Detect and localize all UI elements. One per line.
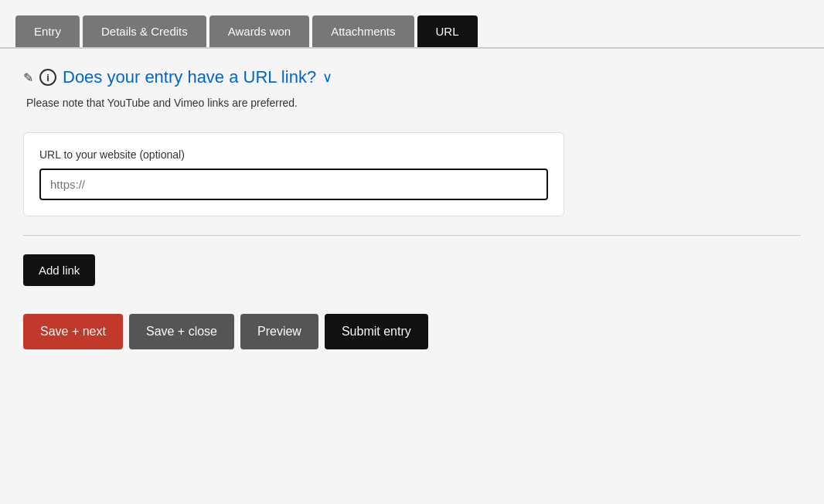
note-text: Please note that YouTube and Vimeo links… [23, 97, 801, 109]
section-title: Does your entry have a URL link? [63, 67, 316, 87]
tab-entry[interactable]: Entry [15, 15, 80, 47]
submit-entry-button[interactable]: Submit entry [325, 314, 428, 349]
edit-icon[interactable]: ✎ [23, 70, 33, 85]
tab-attachments[interactable]: Attachments [312, 15, 414, 47]
divider [23, 235, 801, 236]
tab-details-credits[interactable]: Details & Credits [83, 15, 206, 47]
section-header: ✎ i Does your entry have a URL link? ∨ [23, 67, 801, 87]
main-content: ✎ i Does your entry have a URL link? ∨ P… [0, 49, 824, 368]
chevron-down-icon[interactable]: ∨ [322, 69, 332, 86]
url-input[interactable] [39, 169, 548, 200]
add-link-button[interactable]: Add link [23, 254, 95, 286]
url-card: URL to your website (optional) [23, 132, 564, 216]
save-next-button[interactable]: Save + next [23, 314, 123, 349]
preview-button[interactable]: Preview [240, 314, 318, 349]
info-icon[interactable]: i [39, 69, 56, 86]
save-close-button[interactable]: Save + close [129, 314, 234, 349]
url-field-label: URL to your website (optional) [39, 148, 548, 161]
tab-url[interactable]: URL [417, 15, 478, 47]
tabs-bar: Entry Details & Credits Awards won Attac… [0, 0, 824, 49]
tab-awards-won[interactable]: Awards won [209, 15, 309, 47]
action-buttons: Save + next Save + close Preview Submit … [23, 314, 801, 349]
